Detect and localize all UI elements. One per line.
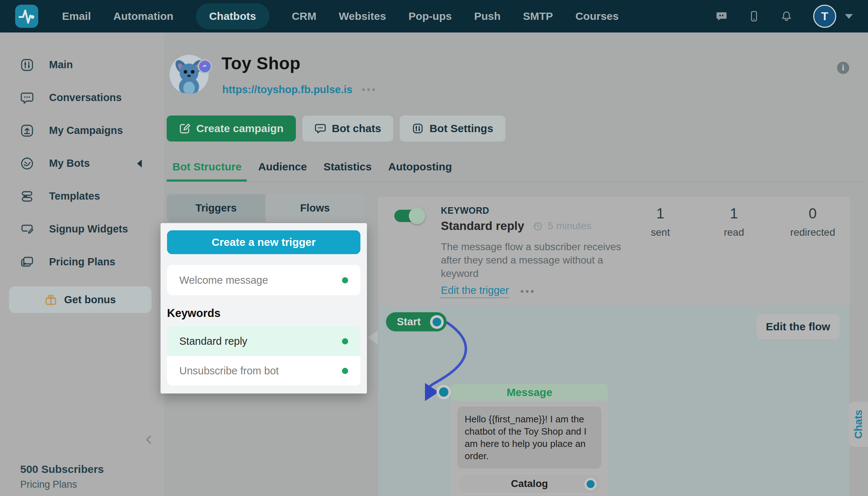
trigger-item-standard-reply[interactable]: Standard reply [167,326,360,356]
trigger-title-row: Standard reply 5 minutes [441,219,591,233]
pricing-plans-link[interactable]: Pricing Plans [20,479,104,490]
nav-item-smtp[interactable]: SMTP [523,10,553,22]
create-campaign-button[interactable]: Create campaign [167,116,296,142]
chat-icon [315,123,326,134]
nav-item-push[interactable]: Push [474,10,500,22]
sidebar: Main Conversations My Campaigns My Bots [0,32,164,496]
widget-pencil-icon [20,222,34,236]
sidebar-footer: 500 Subscribers Pricing Plans [20,463,104,490]
settings-sliders-icon [412,123,424,134]
user-avatar[interactable]: T [813,5,836,28]
nav-item-websites[interactable]: Websites [339,10,386,22]
trigger-item-unsubscribe[interactable]: Unsubscribe from bot [167,356,360,386]
nav-menu: Email Automation Chatbots CRM Websites P… [62,3,619,29]
sidebar-item-pricing-plans[interactable]: Pricing Plans [0,245,164,278]
sidebar-item-label: Conversations [49,92,122,104]
sidebar-item-main[interactable]: Main [0,48,164,81]
bot-chats-button[interactable]: Bot chats [302,116,394,142]
bot-icon [20,157,34,170]
sidebar-item-templates[interactable]: Templates [0,180,164,213]
trigger-item-label: Unsubscribe from bot [179,365,279,377]
nav-item-courses[interactable]: Courses [575,10,619,22]
sidebar-collapse-chevron-icon[interactable] [143,433,155,446]
stat-label: sent [643,227,678,238]
info-icon[interactable]: i [837,62,849,74]
sidebar-item-conversations[interactable]: Conversations [0,81,164,114]
sidebar-item-my-bots[interactable]: My Bots [0,147,164,180]
bot-url-menu-dots[interactable]: ••• [362,84,377,95]
subscriber-count: 500 Subscribers [20,463,104,475]
avatar-caret-icon [845,14,853,19]
collapse-left-caret-icon[interactable] [137,160,142,167]
nav-item-chatbots[interactable]: Chatbots [196,3,269,29]
flow-canvas[interactable]: Start Message Hello {{first_name}}! I am… [378,306,850,496]
create-campaign-label: Create campaign [196,122,284,135]
mobile-app-icon[interactable] [748,10,760,22]
catalog-output-port[interactable] [584,478,597,490]
message-input-port[interactable] [437,385,451,399]
node-button-label: Catalog [511,478,548,490]
app-screen: Email Automation Chatbots CRM Websites P… [0,0,868,496]
sidebar-item-label: Pricing Plans [49,256,115,268]
nav-item-popups[interactable]: Pop-ups [408,10,452,22]
bot-title: Toy Shop [222,53,301,73]
bot-settings-label: Bot Settings [429,122,493,135]
message-node-header: Message [451,384,608,401]
messages-icon[interactable] [716,10,727,22]
get-bonus-button[interactable]: Get bonus [9,286,152,313]
message-node[interactable]: Message Hello {{first_name}}! I am the c… [451,384,608,496]
tab-row: Bot Structure Audience Statistics Autopo… [172,161,452,173]
gift-icon [45,293,57,306]
send-campaign-icon [20,124,34,138]
stat-label: read [716,227,751,238]
sliders-icon [20,58,34,72]
segment-flows[interactable]: Flows [266,194,364,222]
start-node[interactable]: Start [386,312,447,331]
stat-label: redirected [790,227,835,238]
triggers-panel: Create a new trigger Welcome message Key… [161,223,367,393]
edit-trigger-link[interactable]: Edit the trigger [441,284,509,298]
sidebar-menu: Main Conversations My Campaigns My Bots [0,32,164,278]
trigger-enabled-toggle[interactable] [394,210,417,222]
trigger-item-welcome-message[interactable]: Welcome message [167,265,360,295]
trigger-type-badge: KEYWORD [441,205,489,216]
tab-bot-structure[interactable]: Bot Structure [172,161,242,173]
trigger-title: Standard reply [441,219,524,233]
sidebar-item-my-campaigns[interactable]: My Campaigns [0,114,164,147]
compose-icon [179,123,190,134]
edit-flow-button[interactable]: Edit the flow [757,314,839,339]
bot-settings-button[interactable]: Bot Settings [400,116,505,142]
trigger-stats: 1 sent 1 read 0 redirected [643,205,835,238]
trigger-description: The message flow a subscriber receives a… [441,240,639,280]
start-output-port[interactable] [430,315,444,329]
keyword-trigger-card: KEYWORD Standard reply 5 minutes The mes… [378,197,850,306]
welcome-message-card: Welcome message [167,265,360,295]
stat-value: 1 [643,205,678,222]
nav-item-crm[interactable]: CRM [292,10,316,22]
trigger-menu-dots[interactable]: ••• [521,286,536,297]
sidebar-item-label: Main [49,59,73,71]
start-label: Start [397,316,421,328]
create-trigger-button[interactable]: Create a new trigger [167,230,360,254]
stat-value: 0 [790,205,835,222]
stat-read: 1 read [716,205,751,238]
tab-audience[interactable]: Audience [258,161,307,173]
chats-side-tab[interactable]: Chats [849,402,868,447]
keywords-list: Standard reply Unsubscribe from bot [167,326,360,386]
tab-statistics[interactable]: Statistics [324,161,372,173]
nav-item-automation[interactable]: Automation [113,10,174,22]
app-logo[interactable] [15,5,38,28]
bot-url-row: https://toyshop.fb.pulse.is ••• [222,84,377,96]
notifications-bell-icon[interactable] [781,10,792,22]
sidebar-item-signup-widgets[interactable]: Signup Widgets [0,213,164,245]
segment-triggers[interactable]: Triggers [167,194,266,222]
action-row: Create campaign Bot chats Bot Settings [167,116,505,142]
node-button-catalog[interactable]: Catalog [457,474,601,494]
trigger-link-row: Edit the trigger ••• [441,284,536,298]
messenger-badge-icon [198,59,212,74]
bot-url-link[interactable]: https://toyshop.fb.pulse.is [222,84,352,96]
nav-item-email[interactable]: Email [62,10,91,22]
stack-icon [20,190,34,203]
trigger-delay: 5 minutes [548,220,591,232]
tab-autoposting[interactable]: Autoposting [388,161,452,173]
